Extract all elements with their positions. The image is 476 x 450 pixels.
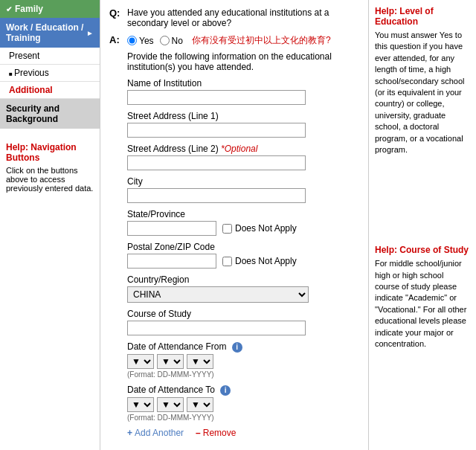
date-to-month[interactable]: ▼ (157, 397, 184, 412)
help-nav-section: Help: Navigation Buttons Click on the bu… (0, 136, 100, 199)
sidebar-work-label: Work / Education / Training (6, 22, 86, 43)
help-spacer (375, 155, 470, 170)
help-level-text: You must answer Yes to this question if … (375, 30, 470, 155)
date-to-label: Date of Attendance To i (127, 385, 359, 396)
date-from-field: Date of Attendance From i ▼ ▼ ▼ (Format:… (127, 341, 359, 379)
yes-label: Yes (139, 36, 154, 46)
no-radio[interactable] (160, 36, 170, 45)
add-another-link[interactable]: + Add Another (127, 428, 184, 438)
date-to-row: ▼ ▼ ▼ (127, 397, 359, 412)
postal-field: Postal Zone/ZIP Code Does Not Apply (127, 242, 359, 269)
question-block: Q: Have you attended any educational ins… (109, 7, 359, 28)
sidebar-security-label: Security and Background (6, 103, 60, 124)
yes-option[interactable]: Yes (127, 36, 154, 46)
add-remove-row: + Add Another – Remove (127, 428, 359, 438)
provide-text: Provide the following information on the… (127, 51, 359, 72)
help-course-text: For middle school/junior high or high sc… (375, 258, 470, 350)
state-does-not-apply-row: Does Not Apply (127, 221, 359, 236)
state-does-not-apply-label: Does Not Apply (235, 223, 297, 234)
country-field: Country/Region CHINA (127, 274, 359, 303)
street2-label: Street Address (Line 2) *Optional (127, 144, 359, 154)
city-label: City (127, 176, 359, 187)
minus-icon: – (196, 428, 201, 438)
answer-block: A: Yes No 你有没有受过初中以上文化的教育? (109, 34, 359, 47)
date-from-info-icon[interactable]: i (232, 342, 242, 353)
chinese-prompt: 你有没有受过初中以上文化的教育? (192, 34, 331, 47)
postal-does-not-apply-label: Does Not Apply (235, 256, 297, 266)
remove-label: Remove (203, 428, 237, 438)
date-from-row: ▼ ▼ ▼ (127, 354, 359, 369)
date-from-month[interactable]: ▼ (157, 354, 184, 369)
institution-name-label: Name of Institution (127, 78, 359, 89)
country-select[interactable]: CHINA (127, 286, 309, 303)
sidebar-additional-label: Additional (9, 85, 53, 95)
no-option[interactable]: No (160, 36, 183, 46)
help-level-title: Help: Level of Education (375, 6, 470, 27)
plus-icon: + (127, 428, 132, 438)
sidebar-family-label: Family (15, 4, 43, 14)
institution-name-field: Name of Institution (127, 78, 359, 105)
sidebar-previous-label: Previous (14, 68, 49, 78)
course-field: Course of Study (127, 309, 359, 335)
question-text: Have you attended any educational instit… (127, 7, 359, 28)
street2-field: Street Address (Line 2) *Optional (127, 144, 359, 170)
state-field: State/Province Does Not Apply (127, 209, 359, 236)
date-to-day[interactable]: ▼ (127, 397, 154, 412)
radio-group: Yes No 你有没有受过初中以上文化的教育? (127, 34, 331, 47)
help-nav-text: Click on the buttons above to access pre… (6, 166, 94, 193)
sidebar-item-family[interactable]: Family (0, 0, 100, 18)
date-from-format: (Format: DD-MMM-YYYY) (127, 370, 359, 379)
sidebar: Family Work / Education / Training ► Pre… (0, 0, 100, 450)
sidebar-item-additional[interactable]: Additional (0, 82, 100, 99)
add-another-label: Add Another (135, 428, 184, 438)
remove-link[interactable]: – Remove (196, 428, 236, 438)
sidebar-item-present[interactable]: Present (0, 48, 100, 65)
chevron-right-icon: ► (86, 29, 94, 37)
postal-does-not-apply-checkbox[interactable] (222, 257, 232, 266)
country-label: Country/Region (127, 274, 359, 285)
sidebar-item-work[interactable]: Work / Education / Training ► (0, 18, 100, 48)
help-course-title: Help: Course of Study (375, 245, 470, 255)
postal-label: Postal Zone/ZIP Code (127, 242, 359, 252)
city-field: City (127, 176, 359, 203)
course-input[interactable] (127, 321, 306, 335)
date-to-year[interactable]: ▼ (187, 397, 213, 412)
postal-does-not-apply-row: Does Not Apply (127, 254, 359, 269)
a-label: A: (109, 34, 123, 45)
date-from-day[interactable]: ▼ (127, 354, 154, 369)
street1-field: Street Address (Line 1) (127, 111, 359, 138)
state-does-not-apply-checkbox[interactable] (222, 224, 232, 234)
yes-radio[interactable] (127, 36, 137, 45)
state-label: State/Province (127, 209, 359, 219)
main-content: Q: Have you attended any educational ins… (100, 0, 368, 450)
city-input[interactable] (127, 188, 306, 203)
form-container: Name of Institution Street Address (Line… (127, 78, 359, 422)
date-from-label: Date of Attendance From i (127, 341, 359, 353)
date-to-field: Date of Attendance To i ▼ ▼ ▼ (Format: D… (127, 385, 359, 422)
course-label: Course of Study (127, 309, 359, 319)
street2-input[interactable] (127, 155, 306, 170)
postal-input[interactable] (127, 254, 216, 269)
sidebar-present-label: Present (9, 51, 39, 61)
street1-label: Street Address (Line 1) (127, 111, 359, 121)
state-input[interactable] (127, 221, 216, 236)
sidebar-item-previous[interactable]: Previous (0, 65, 100, 82)
street1-input[interactable] (127, 123, 306, 138)
no-label: No (172, 36, 183, 46)
optional-badge: *Optional (221, 144, 257, 154)
help-nav-title: Help: Navigation Buttons (6, 142, 94, 163)
date-to-format: (Format: DD-MMM-YYYY) (127, 414, 359, 422)
q-label: Q: (109, 7, 123, 28)
sidebar-item-security[interactable]: Security and Background (0, 99, 100, 129)
help-panel: Help: Level of Education You must answer… (368, 0, 476, 450)
date-from-year[interactable]: ▼ (187, 354, 213, 369)
institution-name-input[interactable] (127, 90, 306, 105)
date-to-info-icon[interactable]: i (220, 385, 231, 396)
